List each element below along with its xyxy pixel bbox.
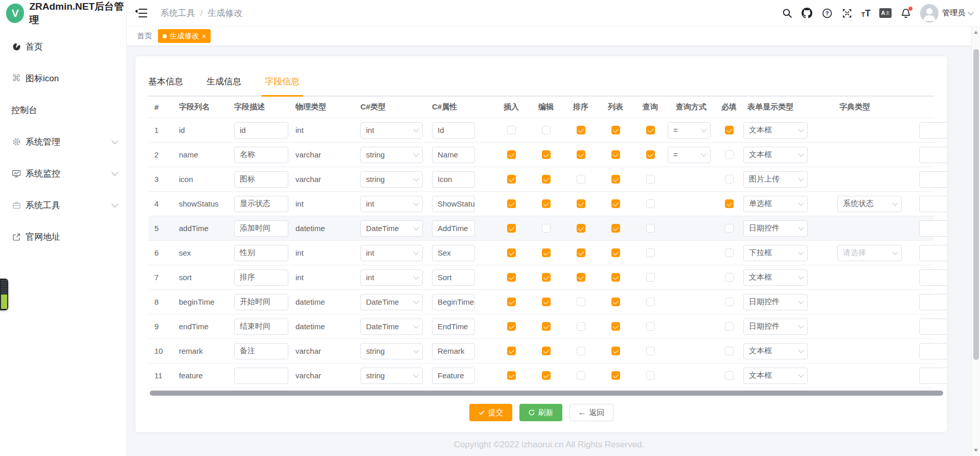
required-checkbox[interactable] <box>725 322 734 331</box>
sidebar-item-system-monitor[interactable]: 系统监控 <box>0 157 126 189</box>
sort-checkbox[interactable] <box>577 347 585 355</box>
sort-checkbox[interactable] <box>577 175 585 184</box>
insert-checkbox[interactable] <box>507 322 516 331</box>
edit-checkbox[interactable] <box>542 199 551 208</box>
query-checkbox[interactable] <box>646 248 655 257</box>
required-checkbox[interactable] <box>725 273 734 282</box>
html_type-select[interactable]: 文本框 <box>743 147 808 163</box>
sort-checkbox[interactable] <box>577 199 585 208</box>
edit-checkbox[interactable] <box>542 371 551 380</box>
edit-checkbox[interactable] <box>542 273 551 282</box>
required-checkbox[interactable] <box>725 224 734 233</box>
query_type-select[interactable]: = <box>668 122 711 139</box>
sort-checkbox[interactable] <box>577 224 585 233</box>
required-checkbox[interactable] <box>725 175 734 184</box>
cs_type-select[interactable]: string <box>360 147 423 163</box>
desc-input[interactable]: 性别 <box>234 245 288 261</box>
edit-checkbox[interactable] <box>542 248 551 257</box>
tag-active[interactable]: 生成修改 × <box>158 29 211 43</box>
font-size-icon[interactable]: TT <box>861 9 871 18</box>
list-checkbox[interactable] <box>611 248 620 257</box>
extra-input[interactable] <box>919 318 947 335</box>
query-checkbox[interactable] <box>646 150 655 159</box>
back-button[interactable]: ← 返回 <box>569 404 613 421</box>
app-logo-row[interactable]: V ZRAdmin.NET后台管理 <box>0 0 126 27</box>
translate-icon[interactable]: A文 <box>879 8 892 18</box>
tab-basic-info[interactable]: 基本信息 <box>148 76 183 96</box>
list-checkbox[interactable] <box>611 322 620 331</box>
list-checkbox[interactable] <box>611 150 620 159</box>
extra-input[interactable] <box>919 122 947 139</box>
performance-monitor-widget[interactable] <box>0 279 8 310</box>
list-checkbox[interactable] <box>611 126 620 134</box>
breadcrumb-item[interactable]: 系统工具 <box>161 7 195 19</box>
html_type-select[interactable]: 日期控件 <box>743 294 808 310</box>
user-menu[interactable]: 管理员 <box>920 4 973 22</box>
cs_prop-input[interactable]: Name <box>432 147 475 163</box>
insert-checkbox[interactable] <box>507 175 516 184</box>
vertical-scrollbar-thumb[interactable] <box>973 49 979 360</box>
query-checkbox[interactable] <box>646 273 655 282</box>
edit-checkbox[interactable] <box>542 322 551 331</box>
dict_type-select[interactable]: 系统状态 <box>837 196 902 212</box>
html_type-select[interactable]: 文本框 <box>743 269 808 286</box>
query-checkbox[interactable] <box>646 199 655 208</box>
sidebar-item-official-site[interactable]: 官网地址 <box>0 221 126 253</box>
cs_prop-input[interactable]: Remark <box>432 343 475 359</box>
html_type-select[interactable]: 下拉框 <box>743 245 808 261</box>
desc-input[interactable]: 备注 <box>234 343 288 359</box>
html_type-select[interactable]: 文本框 <box>743 122 808 139</box>
required-checkbox[interactable] <box>725 150 734 159</box>
insert-checkbox[interactable] <box>507 126 516 134</box>
extra-input[interactable] <box>919 294 947 310</box>
cs_type-select[interactable]: DateTime <box>360 294 423 310</box>
html_type-select[interactable]: 日期控件 <box>743 220 808 237</box>
edit-checkbox[interactable] <box>542 175 551 184</box>
cs_type-select[interactable]: int <box>360 196 423 212</box>
notification-bell-icon[interactable] <box>900 8 911 19</box>
horizontal-scrollbar-thumb[interactable] <box>150 391 943 396</box>
cs_prop-input[interactable]: Feature <box>432 368 475 384</box>
refresh-button[interactable]: 刷新 <box>519 404 562 421</box>
list-checkbox[interactable] <box>611 199 620 208</box>
extra-input[interactable] <box>919 147 947 163</box>
required-checkbox[interactable] <box>725 126 734 134</box>
insert-checkbox[interactable] <box>507 273 516 282</box>
insert-checkbox[interactable] <box>507 298 516 306</box>
html_type-select[interactable]: 图片上传 <box>743 171 808 188</box>
github-icon[interactable] <box>802 8 813 19</box>
edit-checkbox[interactable] <box>542 347 551 355</box>
cs_type-select[interactable]: int <box>360 122 423 139</box>
sort-checkbox[interactable] <box>577 298 585 306</box>
cs_prop-input[interactable]: Id <box>432 122 475 139</box>
sidebar-item-system-tools[interactable]: 系统工具 <box>0 189 126 221</box>
list-checkbox[interactable] <box>611 371 620 380</box>
list-checkbox[interactable] <box>611 347 620 355</box>
list-checkbox[interactable] <box>611 175 620 184</box>
query-checkbox[interactable] <box>646 347 655 355</box>
query_type-select[interactable]: = <box>668 147 711 163</box>
cs_prop-input[interactable]: ShowStatus <box>432 196 475 212</box>
sidebar-item-home[interactable]: 首页 <box>0 31 126 62</box>
extra-input[interactable] <box>919 171 947 188</box>
tab-field-info[interactable]: 字段信息 <box>265 76 300 96</box>
required-checkbox[interactable] <box>725 371 734 380</box>
extra-input[interactable] <box>919 196 947 212</box>
insert-checkbox[interactable] <box>507 150 516 159</box>
list-checkbox[interactable] <box>611 273 620 282</box>
submit-button[interactable]: 提交 <box>469 404 512 421</box>
desc-input[interactable]: 名称 <box>234 147 288 163</box>
query-checkbox[interactable] <box>646 175 655 184</box>
insert-checkbox[interactable] <box>507 248 516 257</box>
scroll-down-arrow[interactable] <box>974 449 978 452</box>
cs_type-select[interactable]: string <box>360 343 423 359</box>
desc-input[interactable]: 排序 <box>234 269 288 286</box>
insert-checkbox[interactable] <box>507 371 516 380</box>
edit-checkbox[interactable] <box>542 150 551 159</box>
sort-checkbox[interactable] <box>577 322 585 331</box>
tab-generate-info[interactable]: 生成信息 <box>207 76 241 96</box>
desc-input[interactable]: 图标 <box>234 171 288 188</box>
desc-input[interactable]: 开始时间 <box>234 294 288 310</box>
html_type-select[interactable]: 文本框 <box>743 368 808 384</box>
query-checkbox[interactable] <box>646 298 655 306</box>
